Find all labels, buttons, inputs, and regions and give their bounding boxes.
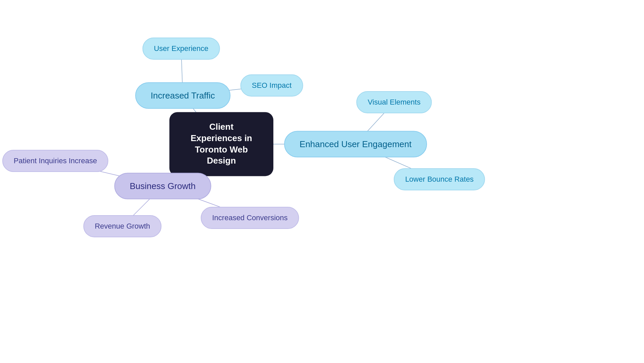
seo-impact-node[interactable]: SEO Impact bbox=[240, 74, 303, 97]
business-growth-node[interactable]: Business Growth bbox=[114, 173, 211, 199]
mind-map-container: Client Experiences in Toronto Web Design… bbox=[0, 0, 644, 363]
visual-elements-node[interactable]: Visual Elements bbox=[356, 91, 432, 113]
enhanced-user-engagement-node[interactable]: Enhanced User Engagement bbox=[284, 131, 427, 158]
patient-inquiries-node[interactable]: Patient Inquiries Increase bbox=[2, 150, 108, 172]
revenue-growth-node[interactable]: Revenue Growth bbox=[83, 215, 161, 237]
increased-conversions-node[interactable]: Increased Conversions bbox=[201, 207, 299, 229]
lower-bounce-rates-node[interactable]: Lower Bounce Rates bbox=[394, 168, 485, 190]
user-experience-node[interactable]: User Experience bbox=[143, 38, 220, 60]
increased-traffic-node[interactable]: Increased Traffic bbox=[135, 82, 230, 109]
center-node[interactable]: Client Experiences in Toronto Web Design bbox=[169, 112, 273, 176]
connections-svg bbox=[0, 0, 644, 363]
